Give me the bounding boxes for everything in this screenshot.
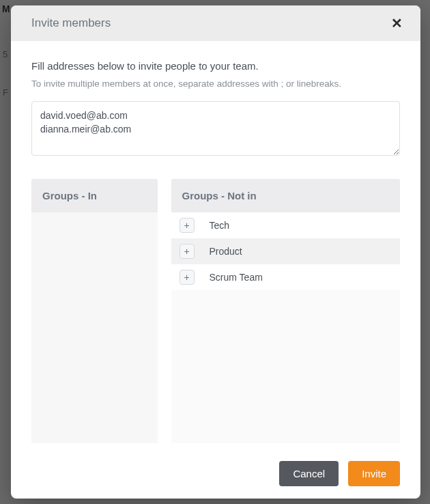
group-item-label: Scrum Team [210, 272, 263, 283]
group-item-label: Product [210, 246, 242, 257]
plus-icon: + [184, 247, 189, 256]
subinstruction-text: To invite multiple members at once, sepa… [31, 79, 400, 89]
cancel-button[interactable]: Cancel [279, 461, 339, 486]
group-item: +Scrum Team [171, 264, 400, 290]
add-group-button[interactable]: + [180, 218, 195, 233]
group-item: +Tech [171, 212, 400, 238]
close-button[interactable]: ✕ [388, 16, 405, 30]
close-icon: ✕ [391, 16, 403, 31]
instruction-text: Fill addresses below to invite people to… [31, 60, 400, 72]
groups-not-in-header: Groups - Not in [171, 179, 400, 212]
groups-not-in-body: +Tech+Product+Scrum Team [171, 212, 400, 443]
group-item: +Product [171, 238, 400, 264]
groups-row: Groups - In Groups - Not in +Tech+Produc… [31, 179, 400, 443]
plus-icon: + [184, 221, 189, 230]
modal-title: Invite members [31, 16, 111, 30]
backdrop-label: F [3, 87, 8, 98]
groups-in-header: Groups - In [31, 179, 158, 212]
groups-not-in-panel: Groups - Not in +Tech+Product+Scrum Team [171, 179, 400, 443]
modal-body: Fill addresses below to invite people to… [11, 41, 420, 450]
modal-header: Invite members ✕ [11, 5, 420, 41]
addresses-input[interactable] [31, 101, 400, 156]
modal-footer: Cancel Invite [11, 450, 420, 499]
backdrop-label: 5 [3, 49, 8, 59]
groups-in-panel: Groups - In [31, 179, 158, 443]
add-group-button[interactable]: + [180, 270, 195, 285]
plus-icon: + [184, 272, 189, 282]
group-item-label: Tech [210, 220, 230, 231]
backdrop-label: M [2, 3, 10, 14]
invite-button[interactable]: Invite [348, 461, 400, 486]
add-group-button[interactable]: + [180, 244, 195, 259]
groups-in-body [31, 212, 158, 443]
invite-members-modal: Invite members ✕ Fill addresses below to… [11, 5, 420, 499]
